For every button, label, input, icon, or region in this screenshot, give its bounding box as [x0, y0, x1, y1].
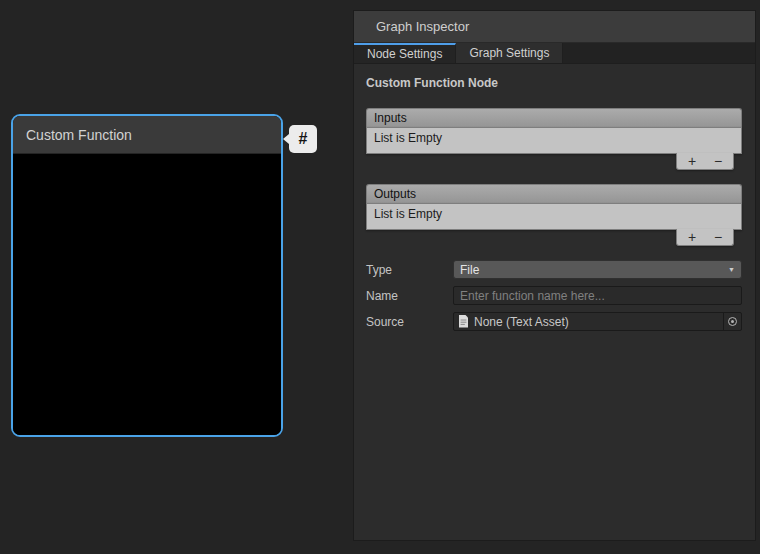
- inputs-list-body: List is Empty: [366, 127, 742, 154]
- node-title: Custom Function: [26, 127, 132, 143]
- outputs-add-button[interactable]: +: [681, 230, 703, 245]
- object-picker-icon[interactable]: [723, 313, 741, 330]
- inspector-content: Custom Function Node Inputs List is Empt…: [354, 64, 755, 540]
- function-name-input[interactable]: [453, 286, 742, 305]
- name-label: Name: [366, 289, 453, 303]
- outputs-remove-button[interactable]: −: [707, 230, 729, 245]
- type-label: Type: [366, 263, 453, 277]
- source-label: Source: [366, 315, 453, 329]
- chevron-down-icon: ▼: [728, 266, 735, 273]
- type-dropdown-value: File: [460, 263, 479, 277]
- node-title-bar[interactable]: Custom Function: [13, 116, 281, 154]
- text-asset-icon: [458, 315, 469, 328]
- outputs-list-title: Outputs: [374, 187, 416, 201]
- inputs-list-title: Inputs: [374, 111, 407, 125]
- type-row: Type File ▼: [366, 260, 742, 279]
- outputs-list-body: List is Empty: [366, 203, 742, 230]
- source-object-field[interactable]: None (Text Asset): [453, 312, 742, 331]
- outputs-list: Outputs List is Empty + −: [366, 184, 742, 246]
- tab-node-settings[interactable]: Node Settings: [354, 43, 456, 63]
- inspector-tabbar: Node Settings Graph Settings: [354, 43, 755, 64]
- inputs-remove-button[interactable]: −: [707, 154, 729, 169]
- outputs-list-footer: + −: [676, 229, 734, 246]
- tab-graph-settings[interactable]: Graph Settings: [456, 43, 563, 63]
- source-object-value: None (Text Asset): [474, 315, 569, 329]
- inspector-title: Graph Inspector: [376, 19, 469, 34]
- hash-badge-label: #: [299, 130, 308, 148]
- section-title: Custom Function Node: [366, 76, 742, 90]
- hash-badge[interactable]: #: [289, 125, 317, 153]
- outputs-list-header[interactable]: Outputs: [366, 184, 742, 203]
- inspector-header[interactable]: Graph Inspector: [354, 11, 755, 43]
- type-dropdown[interactable]: File ▼: [453, 260, 742, 279]
- custom-function-node[interactable]: Custom Function: [11, 114, 283, 437]
- inputs-list-footer: + −: [676, 153, 734, 170]
- tab-node-settings-label: Node Settings: [367, 47, 442, 61]
- node-body: [13, 154, 281, 437]
- inputs-list-header[interactable]: Inputs: [366, 108, 742, 127]
- tab-graph-settings-label: Graph Settings: [469, 46, 549, 60]
- inputs-add-button[interactable]: +: [681, 154, 703, 169]
- outputs-empty-row: List is Empty: [367, 204, 741, 221]
- graph-canvas[interactable]: Custom Function # Graph Inspector Node S…: [0, 0, 760, 554]
- inputs-list: Inputs List is Empty + −: [366, 108, 742, 170]
- source-row: Source None (Text Asset): [366, 312, 742, 331]
- inputs-empty-row: List is Empty: [367, 128, 741, 145]
- graph-inspector-panel: Graph Inspector Node Settings Graph Sett…: [353, 10, 756, 541]
- name-row: Name: [366, 286, 742, 305]
